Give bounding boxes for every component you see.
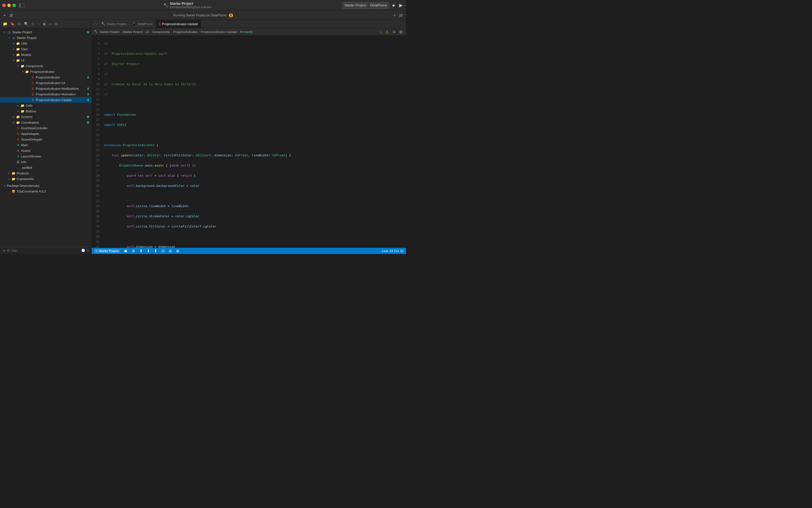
tree-item-starter-project[interactable]: ▾ 🗂 Starter Project xyxy=(0,35,91,41)
tree-item-tiny-constraints[interactable]: ▸ 📦 TinyConstraints 4.0.2 xyxy=(0,188,91,194)
tree-item-package-deps[interactable]: ▸ Package Dependencies xyxy=(0,183,91,188)
tree-item-rootvc[interactable]: ▸ S RootViewController xyxy=(0,125,91,131)
disclosure-frameworks[interactable]: ▸ xyxy=(7,177,11,181)
disclosure-pi[interactable]: ▾ xyxy=(20,70,25,74)
tree-item-products[interactable]: ▸ 📁 Products xyxy=(0,170,91,176)
tree-item-pi-swift[interactable]: ▸ S ProgressIndicator A xyxy=(0,75,91,80)
disclosure-buttons[interactable]: ▸ xyxy=(16,109,20,114)
tab-pi-update[interactable]: S ProgressIndicator+Update xyxy=(156,20,201,28)
sidebar-toggle-button[interactable] xyxy=(18,3,26,8)
tree-item-buttons[interactable]: ▸ 📁 Buttons xyxy=(0,109,91,114)
tree-item-frameworks[interactable]: ▸ 📁 Frameworks xyxy=(0,176,91,182)
disclosure-sp[interactable]: ▾ xyxy=(7,36,11,40)
bc-reset[interactable]: M reset() xyxy=(240,30,253,34)
run-button[interactable]: ▶ xyxy=(398,3,404,8)
pi-swift-badge: A xyxy=(87,76,89,79)
tree-item-pi-animation[interactable]: ▸ S ProgressIndicator+Animation A xyxy=(0,91,91,97)
tree-item-utils[interactable]: ▸ 📁 Utils xyxy=(0,41,91,46)
breadcrumb-warning[interactable]: ⚠ xyxy=(384,29,390,35)
status-debug[interactable]: ⊛ xyxy=(168,248,173,254)
tree-item-coordinators[interactable]: ▸ 📁 Coordinators M xyxy=(0,120,91,125)
tree-item-pi-ui[interactable]: ▸ S ProgressIndicator+UI xyxy=(0,80,91,86)
robot-icon[interactable]: ◉ xyxy=(42,21,46,27)
tree-item-screens[interactable]: ▸ 📁 Screens M xyxy=(0,114,91,120)
tree-item-files[interactable]: ▸ 📁 Files xyxy=(0,46,91,52)
tree-item-swiftlint[interactable]: ▸ · .swiftlint xyxy=(0,165,91,170)
tree-item-pi-update[interactable]: ▸ S ProgressIndicator+Update A xyxy=(0,97,91,103)
tree-item-pi-notifications[interactable]: ▸ S ProgressIndicator+Notifications A xyxy=(0,86,91,91)
bc-pi[interactable]: ProgressIndicator xyxy=(173,30,197,34)
tag-icon[interactable]: 🏷 xyxy=(17,21,22,27)
minimize-button[interactable] xyxy=(7,4,11,7)
tree-item-scenedelegate[interactable]: ▸ S SceneDelegate xyxy=(0,137,91,142)
device-button[interactable]: DelaPhone xyxy=(368,2,389,8)
tree-item-models[interactable]: ▸ 📁 Models xyxy=(0,52,91,57)
tree-item-root-starter[interactable]: ▾ 🗂 Starter Project M xyxy=(0,29,91,35)
status-pause[interactable]: ⏸ xyxy=(130,248,137,254)
layout-button[interactable]: ⊞ xyxy=(8,12,14,18)
tree-item-info[interactable]: ▸ ☰ Info xyxy=(0,159,91,165)
merge-icon[interactable]: ⑃ xyxy=(37,21,40,27)
breadcrumb-settings[interactable]: ≡ xyxy=(392,29,396,35)
rootvc-icon: S xyxy=(16,126,20,130)
tree-item-cells[interactable]: ▸ 📁 Cells xyxy=(0,103,91,109)
bc-ui[interactable]: UI xyxy=(146,30,149,34)
tree-item-assets[interactable]: ▸ ✕ Assets xyxy=(0,148,91,154)
breadcrumb-back[interactable]: ‹ xyxy=(379,29,382,35)
tab-delaphone[interactable]: 📱 DelaPhone xyxy=(129,20,155,28)
status-up[interactable]: ⬆ xyxy=(138,248,144,254)
back-button[interactable]: ‹ xyxy=(93,22,96,26)
cells-icon: 📁 xyxy=(20,103,25,108)
status-branch[interactable]: ⑃ Starter Project xyxy=(94,249,120,253)
bc-starter2[interactable]: Starter Project xyxy=(123,30,142,34)
disclosure-screens[interactable]: ▸ xyxy=(11,115,16,119)
rect-icon[interactable]: ▭ xyxy=(48,21,52,27)
bc-pi-update[interactable]: ProgressIndicator+Update xyxy=(201,30,237,34)
tree-item-launchscreen[interactable]: ▸ ✕ LaunchScreen xyxy=(0,154,91,159)
bc-components[interactable]: Components xyxy=(152,30,170,34)
maximize-button[interactable] xyxy=(12,4,16,7)
tree-item-components[interactable]: ▾ 📁 Components xyxy=(0,63,91,69)
disclosure-ui[interactable]: ▾ xyxy=(11,58,16,62)
search-icon[interactable]: 🔍 xyxy=(24,21,29,27)
status-left: ⑃ Starter Project ⏺ ⏸ ⬆ ⬇ ⬆ ⊙ ⊛ ⊕ xyxy=(94,248,181,254)
disclosure-components[interactable]: ▾ xyxy=(16,64,20,68)
disclosure-cells[interactable]: ▸ xyxy=(16,103,20,108)
grid-icon[interactable]: ⊟ xyxy=(54,21,58,27)
tree-item-main[interactable]: ▸ ✕ Main xyxy=(0,142,91,148)
code-content[interactable]: // // ProgressIndicator+Update.swift // … xyxy=(102,36,406,248)
stop-button[interactable]: ■ xyxy=(391,3,396,8)
add-item-button[interactable]: + xyxy=(2,248,6,253)
disclosure-utils[interactable]: ▸ xyxy=(11,41,16,46)
disclosure-files[interactable]: ▸ xyxy=(11,47,16,51)
pi-anim-badge: A xyxy=(87,93,89,96)
new-tab-button[interactable]: + xyxy=(2,12,7,18)
status-record[interactable]: ⏺ xyxy=(123,248,129,254)
close-button[interactable] xyxy=(2,4,6,7)
disclosure-root[interactable]: ▾ xyxy=(2,30,7,34)
status-link[interactable]: ⊙ xyxy=(160,248,166,254)
warning-icon[interactable]: ⚠ xyxy=(31,21,35,27)
disclosure-models[interactable]: ▸ xyxy=(11,52,16,57)
bc-starter1[interactable]: Starter Project xyxy=(100,30,119,34)
scheme-selector[interactable]: Starter Project DelaPhone xyxy=(342,2,389,9)
forward-button[interactable]: › xyxy=(96,22,98,26)
warning-badge: 5 xyxy=(229,13,233,17)
breadcrumb-split[interactable]: ⊞ xyxy=(398,29,404,35)
tree-item-progressindicator-folder[interactable]: ▾ 📁 ProgressIndicator xyxy=(0,69,91,75)
disclosure-products[interactable]: ▸ xyxy=(7,171,11,175)
status-down[interactable]: ⬇ xyxy=(146,248,151,254)
folder-icon[interactable]: 📁 xyxy=(2,21,8,27)
disclosure-coordinators[interactable]: ▸ xyxy=(11,120,16,125)
tree-item-ui[interactable]: ▾ 📁 UI xyxy=(0,57,91,63)
panel-layout-button[interactable]: ⊟ xyxy=(398,12,404,18)
disclosure-pkgdeps[interactable]: ▸ xyxy=(2,183,7,188)
bookmark-icon[interactable]: 🔖 xyxy=(10,21,15,27)
filter-input[interactable] xyxy=(11,249,80,252)
scheme-button[interactable]: Starter Project xyxy=(343,2,368,8)
status-share[interactable]: ⊕ xyxy=(175,248,181,254)
tab-starter-project[interactable]: 🔨 Starter Project xyxy=(98,20,129,28)
status-export[interactable]: ⬆ xyxy=(153,248,159,254)
add-editor-button[interactable]: + xyxy=(393,12,397,18)
tree-item-appdelegate[interactable]: ▸ S AppDelegate xyxy=(0,131,91,137)
